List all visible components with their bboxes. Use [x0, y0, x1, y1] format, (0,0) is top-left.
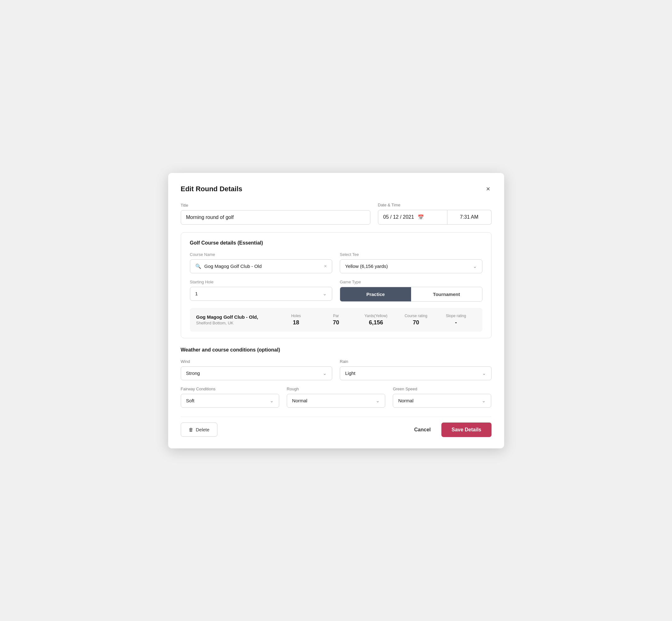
course-rating-label: Course rating	[405, 314, 427, 318]
par-stat: Par 70	[316, 314, 356, 326]
edit-round-modal: Edit Round Details × Title Date & Time 0…	[168, 173, 504, 448]
green-speed-label: Green Speed	[393, 386, 491, 391]
wind-value: Strong	[186, 370, 323, 376]
modal-title: Edit Round Details	[181, 185, 243, 193]
course-name-clear-button[interactable]: ×	[324, 264, 327, 269]
green-speed-value: Normal	[398, 398, 482, 403]
conditions-row: Fairway Conditions Soft ⌄ Rough Normal ⌄…	[181, 386, 492, 408]
title-input[interactable]	[181, 210, 370, 225]
rough-value: Normal	[292, 398, 376, 403]
chevron-down-icon-2: ⌄	[323, 291, 327, 297]
green-speed-dropdown[interactable]: Normal ⌄	[393, 394, 491, 408]
datetime-field-group: Date & Time 05 / 12 / 2021 📅 7:31 AM	[378, 203, 492, 225]
practice-button[interactable]: Practice	[340, 287, 411, 301]
top-row: Title Date & Time 05 / 12 / 2021 📅 7:31 …	[181, 203, 492, 225]
fairway-label: Fairway Conditions	[181, 386, 279, 391]
rain-group: Rain Light ⌄	[340, 359, 492, 380]
datetime-label: Date & Time	[378, 203, 492, 207]
course-name-input[interactable]: 🔍 Gog Magog Golf Club - Old ×	[190, 259, 333, 273]
calendar-icon: 📅	[418, 214, 424, 220]
chevron-down-icon: ⌄	[473, 263, 477, 269]
holes-value: 18	[293, 319, 299, 326]
course-name-tee-row: Course Name 🔍 Gog Magog Golf Club - Old …	[190, 252, 482, 273]
course-info-name: Gog Magog Golf Club - Old, Shelford Bott…	[196, 314, 276, 325]
course-name-display: Gog Magog Golf Club - Old,	[196, 314, 276, 320]
rough-dropdown[interactable]: Normal ⌄	[287, 394, 385, 408]
weather-section: Weather and course conditions (optional)…	[181, 347, 492, 408]
starting-hole-group: Starting Hole 1 ⌄	[190, 280, 333, 302]
delete-button[interactable]: 🗑 Delete	[181, 422, 217, 437]
chevron-down-icon-4: ⌄	[482, 370, 486, 376]
golf-course-section: Golf Course details (Essential) Course N…	[181, 232, 492, 338]
delete-label: Delete	[196, 427, 209, 432]
weather-title: Weather and course conditions (optional)	[181, 347, 492, 353]
fairway-dropdown[interactable]: Soft ⌄	[181, 394, 279, 408]
wind-dropdown[interactable]: Strong ⌄	[181, 366, 333, 380]
course-name-group: Course Name 🔍 Gog Magog Golf Club - Old …	[190, 252, 333, 273]
wind-label: Wind	[181, 359, 333, 364]
slope-rating-label: Slope rating	[446, 314, 466, 318]
rain-dropdown[interactable]: Light ⌄	[340, 366, 492, 380]
green-speed-group: Green Speed Normal ⌄	[393, 386, 491, 408]
starting-hole-dropdown[interactable]: 1 ⌄	[190, 287, 333, 301]
course-info-row: Gog Magog Golf Club - Old, Shelford Bott…	[190, 308, 482, 332]
slope-rating-value: -	[455, 319, 457, 326]
cancel-button[interactable]: Cancel	[411, 423, 434, 437]
select-tee-label: Select Tee	[340, 252, 482, 257]
yards-label: Yards(Yellow)	[365, 314, 387, 318]
select-tee-dropdown[interactable]: Yellow (6,156 yards) ⌄	[340, 259, 482, 273]
trash-icon: 🗑	[189, 427, 194, 432]
starting-hole-label: Starting Hole	[190, 280, 333, 284]
rough-group: Rough Normal ⌄	[287, 386, 385, 408]
slope-rating-stat: Slope rating -	[436, 314, 476, 326]
par-label: Par	[333, 314, 339, 318]
date-time-group: 05 / 12 / 2021 📅 7:31 AM	[378, 210, 492, 225]
search-icon: 🔍	[195, 263, 201, 269]
yards-stat: Yards(Yellow) 6,156	[356, 314, 396, 326]
golf-course-title: Golf Course details (Essential)	[190, 240, 482, 246]
starting-hole-value: 1	[195, 291, 323, 296]
date-input[interactable]: 05 / 12 / 2021 📅	[378, 210, 447, 225]
yards-value: 6,156	[369, 319, 383, 326]
fairway-group: Fairway Conditions Soft ⌄	[181, 386, 279, 408]
holes-stat: Holes 18	[276, 314, 316, 326]
time-value: 7:31 AM	[460, 214, 478, 220]
modal-header: Edit Round Details ×	[181, 184, 492, 194]
wind-group: Wind Strong ⌄	[181, 359, 333, 380]
rain-label: Rain	[340, 359, 492, 364]
select-tee-value: Yellow (6,156 yards)	[345, 263, 473, 269]
game-type-toggle: Practice Tournament	[340, 287, 482, 302]
rough-label: Rough	[287, 386, 385, 391]
par-value: 70	[333, 319, 339, 326]
game-type-label: Game Type	[340, 280, 482, 284]
course-location-display: Shelford Bottom, UK	[196, 321, 276, 325]
chevron-down-icon-6: ⌄	[376, 398, 380, 404]
course-rating-stat: Course rating 70	[396, 314, 436, 326]
course-name-value: Gog Magog Golf Club - Old	[204, 263, 321, 269]
title-label: Title	[181, 203, 370, 208]
tournament-button[interactable]: Tournament	[411, 287, 482, 301]
fairway-value: Soft	[186, 398, 270, 403]
close-button[interactable]: ×	[485, 184, 492, 194]
holes-label: Holes	[291, 314, 301, 318]
wind-rain-row: Wind Strong ⌄ Rain Light ⌄	[181, 359, 492, 380]
game-type-group: Game Type Practice Tournament	[340, 280, 482, 302]
select-tee-group: Select Tee Yellow (6,156 yards) ⌄	[340, 252, 482, 273]
course-name-label: Course Name	[190, 252, 333, 257]
footer-right: Cancel Save Details	[411, 422, 492, 437]
chevron-down-icon-7: ⌄	[482, 398, 486, 404]
time-input[interactable]: 7:31 AM	[447, 210, 492, 225]
save-button[interactable]: Save Details	[442, 422, 491, 437]
footer-row: 🗑 Delete Cancel Save Details	[181, 417, 492, 437]
course-rating-value: 70	[413, 319, 419, 326]
title-field-group: Title	[181, 203, 370, 225]
rain-value: Light	[345, 370, 482, 376]
date-value: 05 / 12 / 2021	[383, 214, 414, 220]
chevron-down-icon-5: ⌄	[270, 398, 274, 404]
hole-gametype-row: Starting Hole 1 ⌄ Game Type Practice Tou…	[190, 280, 482, 302]
chevron-down-icon-3: ⌄	[323, 370, 327, 376]
